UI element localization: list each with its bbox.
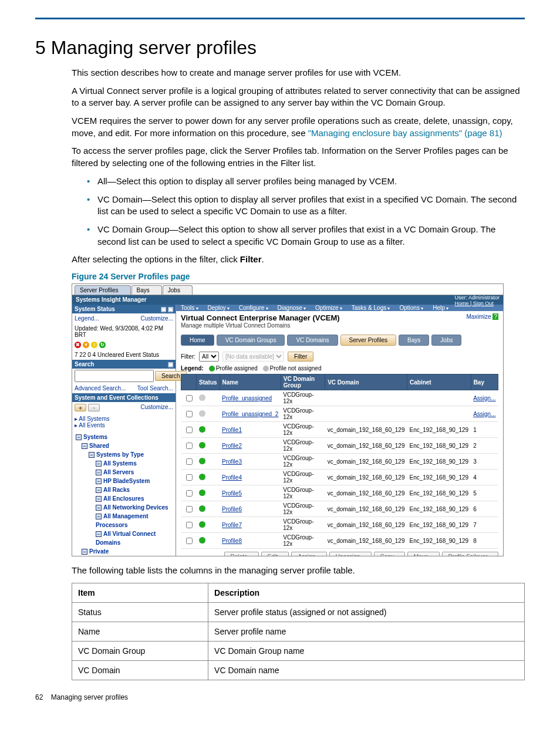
grid-col[interactable]: Status: [197, 374, 220, 390]
tree-item[interactable]: −Systems by Type: [76, 450, 172, 459]
menu-item[interactable]: Tasks & Logs: [347, 305, 395, 311]
table-row: NameServer profile name: [72, 622, 525, 641]
top-tab[interactable]: Bays: [131, 285, 162, 295]
tree-item[interactable]: −HP BladeSystem: [76, 477, 172, 485]
tree-item[interactable]: −Private: [76, 547, 172, 556]
major-icon[interactable]: ▼: [83, 342, 89, 348]
profile-name-link[interactable]: Profile_unassigned_2: [222, 411, 278, 417]
row-checkbox[interactable]: [186, 522, 193, 528]
grid-col[interactable]: VC Domain: [325, 374, 407, 390]
row-checkbox[interactable]: [186, 443, 193, 449]
cell-group: VCDGroup-12x: [281, 390, 325, 406]
tree-item[interactable]: −All Servers: [76, 468, 172, 477]
subnav-tab[interactable]: Bays: [399, 335, 429, 346]
assign-link[interactable]: Assign...: [473, 395, 495, 401]
table-row: VC DomainVC Domain name: [72, 660, 525, 680]
row-checkbox[interactable]: [186, 490, 193, 497]
cell-group: VCDGroup-12x: [281, 406, 325, 422]
subnav-tab[interactable]: Jobs: [431, 335, 461, 346]
subnav-tab[interactable]: Server Profiles: [340, 335, 397, 346]
row-checkbox[interactable]: [186, 427, 193, 433]
cell-bay: 8: [471, 533, 498, 549]
grid-col[interactable]: Name: [220, 374, 281, 390]
assign-link[interactable]: Assign...: [473, 411, 495, 417]
row-checkbox[interactable]: [186, 411, 193, 417]
action-button[interactable]: Profile Failover...: [442, 552, 498, 556]
row-checkbox[interactable]: [186, 506, 193, 512]
collections-customize-link[interactable]: Customize...: [140, 404, 173, 412]
menu-item[interactable]: Deploy: [203, 305, 234, 311]
row-checkbox[interactable]: [186, 474, 193, 481]
grid-col[interactable]: Bay: [471, 374, 498, 390]
cell-domain: [325, 390, 407, 406]
filter-button[interactable]: Filter: [288, 352, 313, 362]
cell-group: VCDGroup-12x: [281, 454, 325, 470]
link-managing-enclosure[interactable]: "Managing enclosure bay assignments" (pa…: [308, 128, 502, 138]
collections-title: System and Event Collections: [75, 394, 158, 401]
profile-name-link[interactable]: Profile2: [222, 443, 242, 449]
home-signout[interactable]: Home | Sign Out: [454, 301, 500, 307]
search-input[interactable]: [75, 370, 154, 382]
tree-item[interactable]: −All Networking Devices: [76, 503, 172, 512]
vcem-title: Virtual Connect Enterprise Manager (VCEM…: [181, 313, 498, 322]
advanced-search-link[interactable]: Advanced Search...: [75, 385, 126, 391]
cell-bay: 5: [471, 485, 498, 501]
profile-name-link[interactable]: Profile4: [222, 474, 242, 481]
menu-item[interactable]: Options: [394, 305, 428, 311]
top-tab[interactable]: Server Profiles: [75, 285, 131, 295]
all-systems-link[interactable]: ▸ All Systems: [75, 416, 109, 422]
profile-name-link[interactable]: Profile7: [222, 522, 242, 528]
filter-select[interactable]: All: [199, 352, 219, 362]
all-events-link[interactable]: ▸ All Events: [75, 422, 105, 428]
tree-item[interactable]: −Shared: [76, 441, 172, 450]
grid-col[interactable]: VC Domain Group: [281, 374, 325, 390]
columns-table: Item Description StatusServer profile st…: [72, 583, 525, 680]
tree-item[interactable]: −Systems: [76, 433, 172, 441]
profile-name-link[interactable]: Profile5: [222, 490, 242, 497]
row-checkbox[interactable]: [186, 538, 193, 544]
menu-item[interactable]: Configure: [234, 305, 273, 311]
subnav-tab[interactable]: VC Domains: [287, 335, 338, 346]
action-button[interactable]: Unassign...: [329, 552, 372, 556]
intro-para-2: A Virtual Connect server profile is a lo…: [72, 85, 525, 109]
legend-link[interactable]: Legend...: [75, 315, 99, 322]
filter-sub-select[interactable]: [No data available]: [222, 352, 284, 362]
grid-col[interactable]: [181, 374, 197, 390]
tree-item[interactable]: −All Virtual Connect Domains: [76, 529, 172, 547]
menu-item[interactable]: Optimize: [311, 305, 347, 311]
row-checkbox[interactable]: [186, 458, 193, 465]
cell-domain: [325, 406, 407, 422]
subnav-tab[interactable]: VC Domain Groups: [217, 335, 285, 346]
customize-link[interactable]: Customize...: [140, 315, 173, 322]
subnav-tab[interactable]: Home: [181, 335, 214, 346]
action-button[interactable]: Assign...: [291, 552, 326, 556]
tool-search-link[interactable]: Tool Search...: [137, 385, 173, 391]
normal-icon[interactable]: ↻: [99, 342, 106, 348]
menu-item[interactable]: Diagnose: [273, 305, 311, 311]
action-button[interactable]: Move...: [407, 552, 440, 556]
menu-item[interactable]: Tools: [176, 305, 203, 311]
minor-icon[interactable]: !: [91, 342, 97, 348]
top-tab[interactable]: Jobs: [163, 285, 193, 295]
tree-item[interactable]: −All Enclosures: [76, 494, 172, 503]
action-button[interactable]: Edit...: [261, 552, 289, 556]
profile-name-link[interactable]: Profile3: [222, 458, 242, 465]
profile-name-link[interactable]: Profile_unassigned: [222, 395, 272, 401]
tree-item[interactable]: −All Systems: [76, 459, 172, 468]
profile-name-link[interactable]: Profile1: [222, 427, 242, 433]
tree-item[interactable]: −All Management Processors: [76, 512, 172, 529]
maximize-link[interactable]: Maximize ?: [466, 313, 498, 320]
action-button[interactable]: Delete...: [224, 552, 259, 556]
profile-name-link[interactable]: Profile6: [222, 506, 242, 512]
critical-icon[interactable]: ✖: [75, 342, 81, 348]
bullet-vcdomain: VC Domain—Select this option to display …: [87, 194, 525, 218]
tree-item[interactable]: −Shared: [76, 556, 172, 556]
row-checkbox[interactable]: [186, 395, 193, 401]
tree-item[interactable]: −All Racks: [76, 485, 172, 494]
action-button[interactable]: Copy...: [374, 552, 405, 556]
system-status-title: System Status: [75, 306, 115, 312]
grid-col[interactable]: Cabinet: [407, 374, 471, 390]
status-icon: [199, 505, 205, 512]
menu-item[interactable]: Help: [428, 305, 453, 311]
profile-name-link[interactable]: Profile8: [222, 538, 242, 544]
